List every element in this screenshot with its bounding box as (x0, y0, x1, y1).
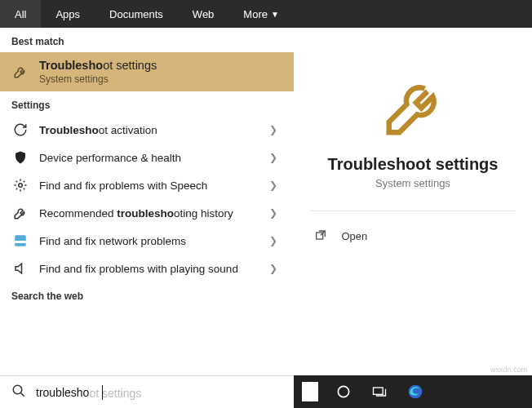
chevron-right-icon: ❯ (264, 263, 282, 274)
shield-icon (11, 150, 29, 165)
result-recommended[interactable]: Recommended troubleshooting history ❯ (0, 199, 294, 227)
chevron-down-icon: ▼ (271, 10, 279, 19)
tab-documents[interactable]: Documents (95, 0, 178, 28)
preview-title: Troubleshoot settings (328, 155, 499, 174)
search-icon (11, 384, 26, 401)
svg-point-4 (13, 385, 22, 394)
watermark: wsxdn.com (490, 366, 527, 374)
edge-icon[interactable] (405, 381, 426, 402)
tab-more[interactable]: More ▼ (228, 0, 294, 28)
result-sound[interactable]: Find and fix problems with playing sound… (0, 255, 294, 282)
r-reco-bold: troublesho (117, 207, 174, 220)
wrench-icon (381, 77, 445, 144)
result-best-match[interactable]: Troubleshoot settings System settings (0, 52, 294, 91)
cortana-icon[interactable] (333, 381, 354, 402)
text-cursor (102, 385, 103, 400)
r-act-bold: Troublesho (39, 124, 99, 136)
wrench-icon (11, 206, 29, 220)
result-activation[interactable]: Troubleshoot activation ❯ (0, 116, 294, 144)
best-match-sub: System settings (39, 73, 282, 85)
chevron-right-icon: ❯ (264, 235, 282, 246)
result-network[interactable]: Find and fix network problems ❯ (0, 227, 294, 255)
sound-icon (11, 261, 29, 276)
chevron-right-icon: ❯ (264, 207, 282, 219)
action-open-label: Open (341, 230, 367, 242)
best-match-header: Best match (0, 28, 294, 52)
search-input[interactable] (36, 386, 282, 399)
tab-apps[interactable]: Apps (41, 0, 95, 28)
settings-header: Settings (0, 91, 294, 116)
network-icon (11, 233, 29, 248)
web-header: Search the web (0, 282, 294, 307)
tab-more-label: More (243, 8, 268, 20)
chevron-right-icon: ❯ (264, 180, 282, 191)
open-icon (312, 229, 330, 242)
result-speech[interactable]: Find and fix problems with Speech ❯ (0, 171, 294, 199)
taskbar-search-highlight[interactable] (302, 382, 318, 401)
taskbar (294, 375, 532, 408)
preview-sub: System settings (375, 177, 450, 189)
sync-icon (11, 122, 29, 137)
results-panel: Best match Troubleshoot settings System … (0, 28, 294, 408)
divider (310, 211, 515, 211)
r-reco-post: oting history (174, 207, 233, 220)
search-bar[interactable]: troubleshoot settings (0, 375, 294, 408)
tab-all[interactable]: All (0, 0, 41, 28)
svg-rect-6 (374, 388, 383, 394)
result-health[interactable]: Device performance & health ❯ (0, 144, 294, 171)
diagnose-icon (11, 178, 29, 193)
r-reco-pre: Recommended (39, 207, 117, 220)
preview-panel: Troubleshoot settings System settings Op… (294, 28, 532, 408)
chevron-right-icon: ❯ (264, 152, 282, 163)
best-match-rest: ot settings (103, 59, 157, 72)
r-speech-label: Find and fix problems with Speech (39, 180, 264, 192)
wrench-icon (11, 64, 29, 79)
svg-point-0 (19, 184, 23, 188)
action-open[interactable]: Open (310, 226, 515, 246)
r-network-label: Find and fix network problems (39, 235, 264, 247)
tab-web[interactable]: Web (178, 0, 229, 28)
chevron-right-icon: ❯ (264, 124, 282, 135)
r-act-rest: ot activation (99, 124, 157, 136)
search-scope-tabs: All Apps Documents Web More ▼ (0, 0, 532, 28)
r-sound-label: Find and fix problems with playing sound (39, 263, 264, 275)
svg-rect-2 (15, 241, 26, 243)
best-match-bold: Troublesho (39, 59, 103, 72)
task-view-icon[interactable] (369, 381, 390, 402)
r-health-label: Device performance & health (39, 152, 264, 164)
svg-point-5 (338, 386, 348, 397)
